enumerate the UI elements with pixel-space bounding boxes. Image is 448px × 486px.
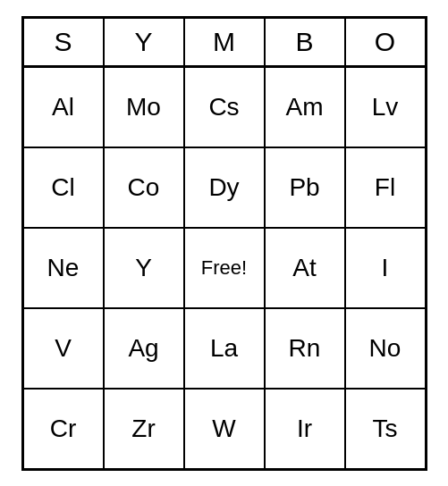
cell-2-2[interactable]: Co (104, 147, 184, 228)
cell-4-3[interactable]: La (184, 308, 265, 389)
header-cell-b: B (265, 18, 345, 67)
cell-3-5[interactable]: I (345, 228, 426, 308)
row-4: V Ag La Rn No (23, 308, 426, 389)
cell-1-1[interactable]: Al (23, 67, 104, 147)
cell-4-1[interactable]: V (23, 308, 104, 389)
row-2: Cl Co Dy Pb Fl (23, 147, 426, 228)
header-cell-o: O (345, 18, 426, 67)
header-cell-y: Y (104, 18, 184, 67)
cell-1-3[interactable]: Cs (184, 67, 265, 147)
header-cell-m: M (184, 18, 265, 67)
cell-5-1[interactable]: Cr (23, 389, 104, 469)
cell-3-4[interactable]: At (265, 228, 345, 308)
cell-2-3[interactable]: Dy (184, 147, 265, 228)
cell-4-2[interactable]: Ag (104, 308, 184, 389)
cell-2-5[interactable]: Fl (345, 147, 426, 228)
cell-2-1[interactable]: Cl (23, 147, 104, 228)
header-cell-s: S (23, 18, 104, 67)
cell-free[interactable]: Free! (184, 228, 265, 308)
row-1: Al Mo Cs Am Lv (23, 67, 426, 147)
cell-4-4[interactable]: Rn (265, 308, 345, 389)
cell-5-2[interactable]: Zr (104, 389, 184, 469)
cell-3-1[interactable]: Ne (23, 228, 104, 308)
header-row: S Y M B O (23, 18, 426, 67)
cell-2-4[interactable]: Pb (265, 147, 345, 228)
cell-1-4[interactable]: Am (265, 67, 345, 147)
row-5: Cr Zr W Ir Ts (23, 389, 426, 469)
row-3: Ne Y Free! At I (23, 228, 426, 308)
cell-4-5[interactable]: No (345, 308, 426, 389)
cell-5-4[interactable]: Ir (265, 389, 345, 469)
cell-1-2[interactable]: Mo (104, 67, 184, 147)
bingo-board: S Y M B O Al Mo Cs Am Lv Cl Co Dy Pb Fl … (21, 16, 427, 471)
cell-5-3[interactable]: W (184, 389, 265, 469)
cell-3-2[interactable]: Y (104, 228, 184, 308)
cell-5-5[interactable]: Ts (345, 389, 426, 469)
cell-1-5[interactable]: Lv (345, 67, 426, 147)
